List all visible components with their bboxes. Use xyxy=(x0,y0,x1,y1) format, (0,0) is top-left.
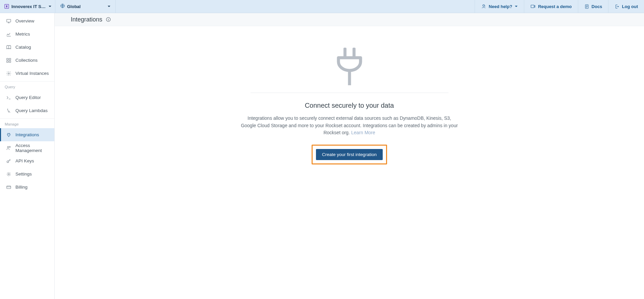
svg-point-15 xyxy=(8,173,9,175)
sidebar-label: Catalog xyxy=(15,45,31,50)
top-bar: Innoverex IT Solution... Global Need hel… xyxy=(0,0,644,13)
sidebar-label: Settings xyxy=(15,171,32,177)
svg-point-11 xyxy=(8,73,9,74)
need-help-label: Need help? xyxy=(489,4,512,9)
sidebar-item-collections[interactable]: Collections xyxy=(0,54,54,67)
sidebar-item-settings[interactable]: Settings xyxy=(0,167,54,181)
logout-label: Log out xyxy=(622,4,638,9)
info-icon[interactable] xyxy=(106,17,111,22)
main-content: Integrations Connect securely to your da… xyxy=(55,13,644,299)
sidebar-item-access-management[interactable]: Access Management xyxy=(0,141,54,154)
plug-illustration-icon xyxy=(329,46,370,87)
sidebar-label: Virtual Instances xyxy=(15,71,49,76)
sidebar-section-query: Query xyxy=(0,81,54,91)
svg-rect-7 xyxy=(7,58,8,60)
svg-rect-9 xyxy=(7,61,8,62)
lambda-icon xyxy=(6,108,11,113)
request-demo-label: Request a demo xyxy=(538,4,572,9)
topbar-right: Need help? Request a demo Docs Log out xyxy=(475,0,644,13)
sidebar-item-query-editor[interactable]: Query Editor xyxy=(0,91,54,104)
cta-highlight: Create your first integration xyxy=(312,145,387,164)
sidebar-item-catalog[interactable]: Catalog xyxy=(0,41,54,54)
sidebar-item-metrics[interactable]: Metrics xyxy=(0,28,54,41)
grid-icon xyxy=(6,58,11,63)
sidebar-label: Integrations xyxy=(15,132,39,137)
svg-rect-16 xyxy=(7,186,11,189)
org-logo-icon xyxy=(4,4,9,9)
sidebar-section-manage: Manage xyxy=(0,118,54,128)
settings-icon xyxy=(6,171,11,177)
sidebar: Overview Metrics Catalog Collections Vir… xyxy=(0,13,55,299)
empty-desc-text: Integrations allow you to securely conne… xyxy=(241,115,458,135)
svg-rect-4 xyxy=(531,5,534,8)
org-name: Innoverex IT Solution... xyxy=(11,4,47,9)
sidebar-item-api-keys[interactable]: API Keys xyxy=(0,154,54,167)
sidebar-label: Billing xyxy=(15,185,28,190)
caret-down-icon xyxy=(48,4,52,9)
sidebar-item-query-lambdas[interactable]: Query Lambdas xyxy=(0,104,54,117)
page-header: Integrations xyxy=(55,13,644,26)
chart-icon xyxy=(6,32,11,37)
sidebar-label: Query Lambdas xyxy=(15,108,48,113)
svg-point-3 xyxy=(483,5,484,6)
region-selector[interactable]: Global xyxy=(55,0,116,13)
sidebar-label: API Keys xyxy=(15,158,34,163)
need-help-button[interactable]: Need help? xyxy=(475,0,524,13)
sidebar-label: Collections xyxy=(15,58,38,63)
book-icon xyxy=(6,45,11,50)
region-name: Global xyxy=(67,4,80,9)
key-icon xyxy=(6,158,11,164)
docs-button[interactable]: Docs xyxy=(578,0,608,13)
create-integration-button[interactable]: Create your first integration xyxy=(316,149,383,160)
svg-rect-8 xyxy=(9,58,11,60)
card-icon xyxy=(6,185,11,190)
topbar-left: Innoverex IT Solution... Global xyxy=(0,0,116,13)
logout-button[interactable]: Log out xyxy=(608,0,644,13)
svg-point-14 xyxy=(7,161,9,162)
sidebar-item-overview[interactable]: Overview xyxy=(0,14,54,28)
request-demo-button[interactable]: Request a demo xyxy=(524,0,578,13)
empty-state: Connect securely to your data Integratio… xyxy=(232,46,467,299)
terminal-icon xyxy=(6,95,11,100)
svg-point-13 xyxy=(9,146,10,147)
sidebar-label: Query Editor xyxy=(15,95,41,100)
svg-rect-6 xyxy=(7,19,11,22)
empty-description: Integrations allow you to securely conne… xyxy=(240,115,459,137)
sidebar-item-virtual-instances[interactable]: Virtual Instances xyxy=(0,67,54,80)
monitor-icon xyxy=(6,18,11,24)
globe-icon xyxy=(60,3,65,9)
learn-more-link[interactable]: Learn More xyxy=(351,130,375,135)
sidebar-label: Overview xyxy=(15,18,34,23)
plug-icon xyxy=(6,132,11,138)
caret-down-icon xyxy=(515,5,518,8)
svg-rect-1 xyxy=(6,5,7,7)
sidebar-item-integrations[interactable]: Integrations xyxy=(0,128,54,141)
docs-label: Docs xyxy=(592,4,602,9)
divider xyxy=(251,93,448,93)
sidebar-item-billing[interactable]: Billing xyxy=(0,181,54,194)
svg-rect-20 xyxy=(348,70,351,85)
svg-point-12 xyxy=(7,146,9,148)
gear-icon xyxy=(6,71,11,76)
page-title: Integrations xyxy=(71,16,102,23)
svg-rect-10 xyxy=(9,61,11,62)
sidebar-label: Metrics xyxy=(15,32,30,37)
content-area: Connect securely to your data Integratio… xyxy=(55,26,644,299)
sidebar-label: Access Management xyxy=(15,143,50,153)
users-icon xyxy=(6,145,11,151)
org-selector[interactable]: Innoverex IT Solution... xyxy=(0,0,55,13)
empty-heading: Connect securely to your data xyxy=(232,102,467,109)
caret-down-icon xyxy=(107,4,111,9)
